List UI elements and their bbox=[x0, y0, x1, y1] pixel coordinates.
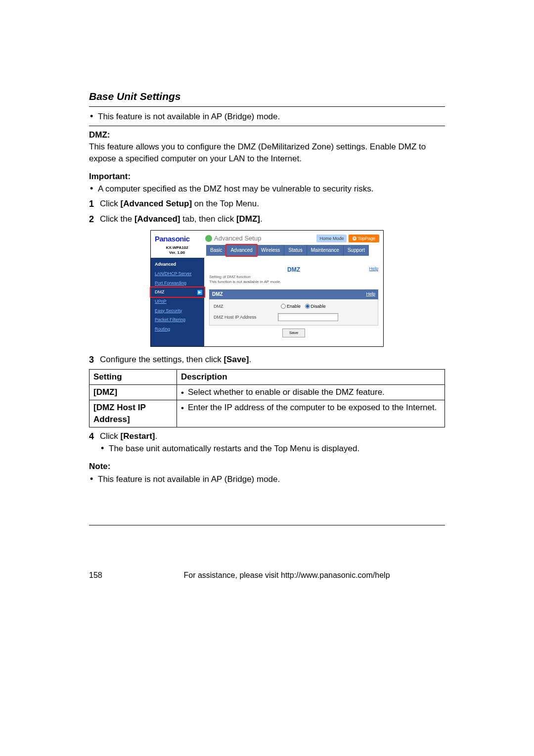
content-subtext: Setting of DMZ function This function is… bbox=[209, 275, 378, 284]
model-info: KX-WPA102 Ver. 1.00 bbox=[155, 245, 199, 255]
settings-table: Setting Description [DMZ] Select whether… bbox=[89, 369, 445, 427]
divider bbox=[89, 126, 445, 126]
tab-wireless[interactable]: Wireless bbox=[257, 245, 284, 256]
radio-enable[interactable] bbox=[281, 304, 286, 309]
document-page: Base Unit Settings This feature is not a… bbox=[30, 0, 504, 611]
table-row: [DMZ] Select whether to enable or disabl… bbox=[89, 385, 445, 400]
table-cell-description: Select whether to enable or disable the … bbox=[177, 385, 445, 400]
footer-divider bbox=[89, 525, 445, 525]
table-cell-setting: [DMZ Host IP Address] bbox=[89, 400, 177, 427]
panasonic-logo: Panasonic bbox=[155, 234, 195, 244]
dmz-heading: DMZ: bbox=[89, 129, 445, 141]
step-text: Click bbox=[100, 199, 121, 208]
sidebar-title: Advanced bbox=[151, 260, 204, 270]
router-ui-screenshot: Panasonic Advanced Setup Home Mode ✕TopP… bbox=[150, 230, 384, 347]
sidebar-item-routing[interactable]: Routing bbox=[151, 325, 204, 334]
step-2: 2 Click the [Advanced] tab, then click [… bbox=[89, 213, 445, 226]
sidebar-item-upnp[interactable]: UPnP bbox=[151, 297, 204, 306]
note-label: Note: bbox=[89, 461, 445, 472]
content-pane: DMZ Help Setting of DMZ function This fu… bbox=[204, 258, 383, 347]
footer-assist-text: For assistance, please visit http://www.… bbox=[129, 570, 445, 581]
step-text: Click bbox=[100, 431, 121, 441]
form-pane-title: DMZ Help bbox=[209, 289, 378, 299]
tab-advanced[interactable]: Advanced bbox=[226, 245, 257, 256]
step-text: Click the bbox=[100, 214, 134, 224]
save-button[interactable]: Save bbox=[282, 329, 305, 337]
tab-basic[interactable]: Basic bbox=[206, 245, 226, 256]
step-text: Configure the settings, then click bbox=[100, 355, 223, 364]
step-text: tab, then click bbox=[180, 214, 236, 224]
tab-bar: Basic Advanced Wireless Status Maintenan… bbox=[206, 245, 369, 256]
section-title: Base Unit Settings bbox=[89, 89, 445, 103]
table-header-setting: Setting bbox=[89, 370, 177, 385]
sidebar-item-easy-security[interactable]: Easy Security bbox=[151, 306, 204, 316]
home-mode-badge: Home Mode bbox=[316, 235, 347, 243]
step-text: . bbox=[260, 214, 263, 224]
sidebar-item-dmz[interactable]: DMZ▶ bbox=[151, 287, 204, 297]
help-link[interactable]: Help bbox=[366, 291, 375, 297]
step-bold: [Restart] bbox=[121, 431, 155, 441]
help-link[interactable]: Help bbox=[369, 266, 378, 272]
step-text: . bbox=[249, 355, 251, 364]
sidebar: Advanced LAN/DHCP Server Port Forwarding… bbox=[151, 258, 204, 347]
sidebar-item-lan-dhcp[interactable]: LAN/DHCP Server bbox=[151, 269, 204, 279]
step-number: 3 bbox=[89, 354, 100, 366]
form-label: DMZ Host IP Address bbox=[214, 314, 278, 321]
page-footer: 158 For assistance, please visit http://… bbox=[89, 570, 445, 581]
content-heading: DMZ Help bbox=[209, 266, 378, 274]
note-bullet: This feature is not available in AP (Bri… bbox=[89, 473, 445, 485]
step-bold: [DMZ] bbox=[236, 214, 260, 224]
step-text: on the Top Menu. bbox=[192, 199, 259, 208]
table-row: [DMZ Host IP Address] Enter the IP addre… bbox=[89, 400, 445, 427]
intro-bullet: This feature is not available in AP (Bri… bbox=[89, 111, 445, 123]
radio-disable[interactable] bbox=[305, 304, 310, 309]
important-label: Important: bbox=[89, 171, 445, 183]
form-label: DMZ bbox=[214, 303, 278, 310]
step-sub-bullet: The base unit automatically restarts and… bbox=[100, 443, 445, 455]
dmz-description: This feature allows you to configure the… bbox=[89, 141, 445, 165]
step-bold: [Advanced] bbox=[134, 214, 180, 224]
step-bold: [Save] bbox=[223, 355, 249, 364]
dmz-host-ip-input[interactable] bbox=[278, 313, 338, 321]
step-number: 1 bbox=[89, 198, 100, 210]
dmz-host-ip-row: DMZ Host IP Address bbox=[210, 311, 378, 323]
step-1: 1 Click [Advanced Setup] on the Top Menu… bbox=[89, 198, 445, 210]
page-title: Advanced Setup bbox=[214, 234, 261, 243]
table-cell-description: Enter the IP address of the computer to … bbox=[177, 400, 445, 427]
step-bold: [Advanced Setup] bbox=[121, 199, 192, 208]
page-number: 158 bbox=[89, 570, 129, 581]
step-number: 2 bbox=[89, 213, 100, 226]
table-header-description: Description bbox=[177, 370, 445, 385]
dmz-form: DMZ Enable Disable DMZ Host IP Address bbox=[209, 299, 378, 326]
top-page-button[interactable]: ✕TopPage bbox=[349, 235, 379, 243]
sidebar-item-packet-filtering[interactable]: Packet Filtering bbox=[151, 315, 204, 325]
step-text: . bbox=[155, 431, 157, 441]
chevron-right-icon: ▶ bbox=[197, 290, 202, 295]
tab-maintenance[interactable]: Maintenance bbox=[307, 245, 344, 256]
step-4: 4 Click [Restart]. The base unit automat… bbox=[89, 430, 445, 456]
dmz-enable-row: DMZ Enable Disable bbox=[210, 301, 378, 312]
sidebar-item-port-forwarding[interactable]: Port Forwarding bbox=[151, 279, 204, 288]
table-cell-setting: [DMZ] bbox=[89, 385, 177, 400]
step-number: 4 bbox=[89, 430, 100, 456]
tab-status[interactable]: Status bbox=[284, 245, 307, 256]
pencil-icon bbox=[205, 235, 212, 242]
important-bullet: A computer specified as the DMZ host may… bbox=[89, 183, 445, 195]
tab-support[interactable]: Support bbox=[344, 245, 369, 256]
divider bbox=[89, 106, 445, 107]
step-3: 3 Configure the settings, then click [Sa… bbox=[89, 354, 445, 366]
